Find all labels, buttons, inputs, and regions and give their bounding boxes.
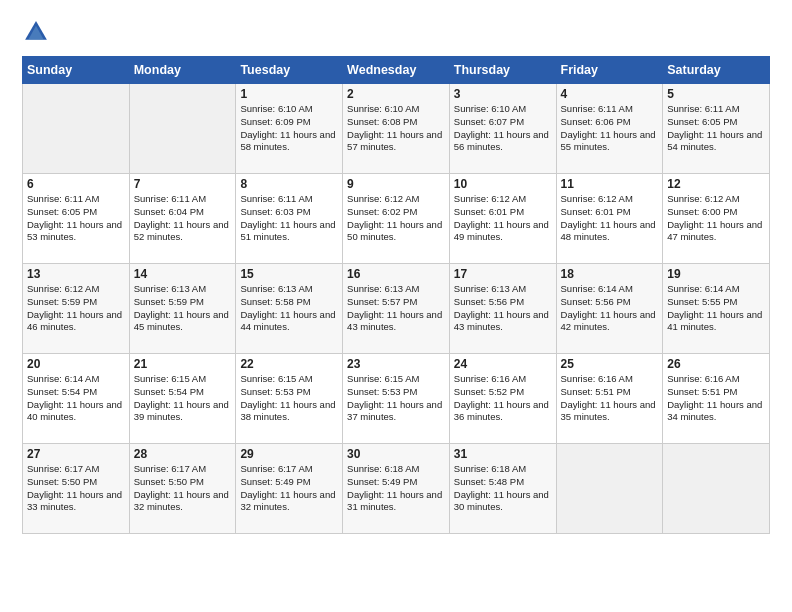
day-info: Sunrise: 6:15 AM Sunset: 5:54 PM Dayligh… [134, 373, 232, 424]
day-info: Sunrise: 6:11 AM Sunset: 6:03 PM Dayligh… [240, 193, 338, 244]
calendar-cell: 7Sunrise: 6:11 AM Sunset: 6:04 PM Daylig… [129, 174, 236, 264]
day-number: 11 [561, 177, 659, 191]
day-info: Sunrise: 6:10 AM Sunset: 6:07 PM Dayligh… [454, 103, 552, 154]
day-number: 20 [27, 357, 125, 371]
day-number: 4 [561, 87, 659, 101]
day-number: 12 [667, 177, 765, 191]
day-info: Sunrise: 6:13 AM Sunset: 5:59 PM Dayligh… [134, 283, 232, 334]
day-number: 29 [240, 447, 338, 461]
calendar-cell: 24Sunrise: 6:16 AM Sunset: 5:52 PM Dayli… [449, 354, 556, 444]
day-number: 22 [240, 357, 338, 371]
weekday-header-row: SundayMondayTuesdayWednesdayThursdayFrid… [23, 57, 770, 84]
page: SundayMondayTuesdayWednesdayThursdayFrid… [0, 0, 792, 612]
day-number: 26 [667, 357, 765, 371]
day-number: 30 [347, 447, 445, 461]
day-number: 9 [347, 177, 445, 191]
calendar-cell [556, 444, 663, 534]
logo [22, 18, 54, 46]
calendar-cell: 9Sunrise: 6:12 AM Sunset: 6:02 PM Daylig… [343, 174, 450, 264]
calendar-week-row: 6Sunrise: 6:11 AM Sunset: 6:05 PM Daylig… [23, 174, 770, 264]
calendar-cell: 13Sunrise: 6:12 AM Sunset: 5:59 PM Dayli… [23, 264, 130, 354]
calendar-cell: 14Sunrise: 6:13 AM Sunset: 5:59 PM Dayli… [129, 264, 236, 354]
day-info: Sunrise: 6:10 AM Sunset: 6:08 PM Dayligh… [347, 103, 445, 154]
weekday-header: Wednesday [343, 57, 450, 84]
day-info: Sunrise: 6:16 AM Sunset: 5:51 PM Dayligh… [561, 373, 659, 424]
weekday-header: Friday [556, 57, 663, 84]
day-number: 21 [134, 357, 232, 371]
calendar-cell: 12Sunrise: 6:12 AM Sunset: 6:00 PM Dayli… [663, 174, 770, 264]
calendar-cell: 20Sunrise: 6:14 AM Sunset: 5:54 PM Dayli… [23, 354, 130, 444]
day-number: 8 [240, 177, 338, 191]
day-number: 19 [667, 267, 765, 281]
header [22, 18, 770, 46]
calendar-cell: 2Sunrise: 6:10 AM Sunset: 6:08 PM Daylig… [343, 84, 450, 174]
day-number: 18 [561, 267, 659, 281]
day-info: Sunrise: 6:12 AM Sunset: 6:00 PM Dayligh… [667, 193, 765, 244]
calendar-cell: 28Sunrise: 6:17 AM Sunset: 5:50 PM Dayli… [129, 444, 236, 534]
calendar-cell: 17Sunrise: 6:13 AM Sunset: 5:56 PM Dayli… [449, 264, 556, 354]
day-number: 3 [454, 87, 552, 101]
calendar-cell: 21Sunrise: 6:15 AM Sunset: 5:54 PM Dayli… [129, 354, 236, 444]
day-info: Sunrise: 6:15 AM Sunset: 5:53 PM Dayligh… [240, 373, 338, 424]
calendar-cell: 4Sunrise: 6:11 AM Sunset: 6:06 PM Daylig… [556, 84, 663, 174]
day-info: Sunrise: 6:17 AM Sunset: 5:49 PM Dayligh… [240, 463, 338, 514]
calendar-cell: 10Sunrise: 6:12 AM Sunset: 6:01 PM Dayli… [449, 174, 556, 264]
calendar-cell: 1Sunrise: 6:10 AM Sunset: 6:09 PM Daylig… [236, 84, 343, 174]
day-info: Sunrise: 6:14 AM Sunset: 5:56 PM Dayligh… [561, 283, 659, 334]
calendar-cell: 15Sunrise: 6:13 AM Sunset: 5:58 PM Dayli… [236, 264, 343, 354]
weekday-header: Saturday [663, 57, 770, 84]
day-number: 5 [667, 87, 765, 101]
calendar-cell [23, 84, 130, 174]
day-info: Sunrise: 6:13 AM Sunset: 5:56 PM Dayligh… [454, 283, 552, 334]
calendar-cell: 30Sunrise: 6:18 AM Sunset: 5:49 PM Dayli… [343, 444, 450, 534]
calendar-cell: 19Sunrise: 6:14 AM Sunset: 5:55 PM Dayli… [663, 264, 770, 354]
day-info: Sunrise: 6:12 AM Sunset: 6:01 PM Dayligh… [454, 193, 552, 244]
day-info: Sunrise: 6:16 AM Sunset: 5:52 PM Dayligh… [454, 373, 552, 424]
day-info: Sunrise: 6:12 AM Sunset: 6:01 PM Dayligh… [561, 193, 659, 244]
day-number: 16 [347, 267, 445, 281]
calendar-cell: 23Sunrise: 6:15 AM Sunset: 5:53 PM Dayli… [343, 354, 450, 444]
calendar-week-row: 27Sunrise: 6:17 AM Sunset: 5:50 PM Dayli… [23, 444, 770, 534]
day-number: 27 [27, 447, 125, 461]
calendar-week-row: 13Sunrise: 6:12 AM Sunset: 5:59 PM Dayli… [23, 264, 770, 354]
logo-icon [22, 18, 50, 46]
calendar-cell: 3Sunrise: 6:10 AM Sunset: 6:07 PM Daylig… [449, 84, 556, 174]
calendar-cell: 5Sunrise: 6:11 AM Sunset: 6:05 PM Daylig… [663, 84, 770, 174]
day-number: 31 [454, 447, 552, 461]
calendar-cell: 26Sunrise: 6:16 AM Sunset: 5:51 PM Dayli… [663, 354, 770, 444]
day-number: 13 [27, 267, 125, 281]
calendar-week-row: 1Sunrise: 6:10 AM Sunset: 6:09 PM Daylig… [23, 84, 770, 174]
day-info: Sunrise: 6:12 AM Sunset: 5:59 PM Dayligh… [27, 283, 125, 334]
day-number: 28 [134, 447, 232, 461]
day-info: Sunrise: 6:11 AM Sunset: 6:04 PM Dayligh… [134, 193, 232, 244]
weekday-header: Tuesday [236, 57, 343, 84]
day-info: Sunrise: 6:17 AM Sunset: 5:50 PM Dayligh… [27, 463, 125, 514]
weekday-header: Sunday [23, 57, 130, 84]
day-info: Sunrise: 6:13 AM Sunset: 5:58 PM Dayligh… [240, 283, 338, 334]
day-info: Sunrise: 6:14 AM Sunset: 5:54 PM Dayligh… [27, 373, 125, 424]
day-number: 2 [347, 87, 445, 101]
calendar-cell: 11Sunrise: 6:12 AM Sunset: 6:01 PM Dayli… [556, 174, 663, 264]
calendar-cell: 31Sunrise: 6:18 AM Sunset: 5:48 PM Dayli… [449, 444, 556, 534]
day-number: 1 [240, 87, 338, 101]
day-info: Sunrise: 6:12 AM Sunset: 6:02 PM Dayligh… [347, 193, 445, 244]
day-number: 14 [134, 267, 232, 281]
calendar-week-row: 20Sunrise: 6:14 AM Sunset: 5:54 PM Dayli… [23, 354, 770, 444]
calendar-cell: 16Sunrise: 6:13 AM Sunset: 5:57 PM Dayli… [343, 264, 450, 354]
day-number: 7 [134, 177, 232, 191]
day-info: Sunrise: 6:11 AM Sunset: 6:06 PM Dayligh… [561, 103, 659, 154]
weekday-header: Thursday [449, 57, 556, 84]
calendar-cell [663, 444, 770, 534]
day-info: Sunrise: 6:10 AM Sunset: 6:09 PM Dayligh… [240, 103, 338, 154]
calendar-cell: 27Sunrise: 6:17 AM Sunset: 5:50 PM Dayli… [23, 444, 130, 534]
calendar-cell: 6Sunrise: 6:11 AM Sunset: 6:05 PM Daylig… [23, 174, 130, 264]
day-number: 17 [454, 267, 552, 281]
day-info: Sunrise: 6:13 AM Sunset: 5:57 PM Dayligh… [347, 283, 445, 334]
calendar-cell: 25Sunrise: 6:16 AM Sunset: 5:51 PM Dayli… [556, 354, 663, 444]
calendar-cell: 18Sunrise: 6:14 AM Sunset: 5:56 PM Dayli… [556, 264, 663, 354]
day-info: Sunrise: 6:18 AM Sunset: 5:49 PM Dayligh… [347, 463, 445, 514]
calendar-cell: 22Sunrise: 6:15 AM Sunset: 5:53 PM Dayli… [236, 354, 343, 444]
day-info: Sunrise: 6:11 AM Sunset: 6:05 PM Dayligh… [667, 103, 765, 154]
day-number: 24 [454, 357, 552, 371]
day-number: 6 [27, 177, 125, 191]
